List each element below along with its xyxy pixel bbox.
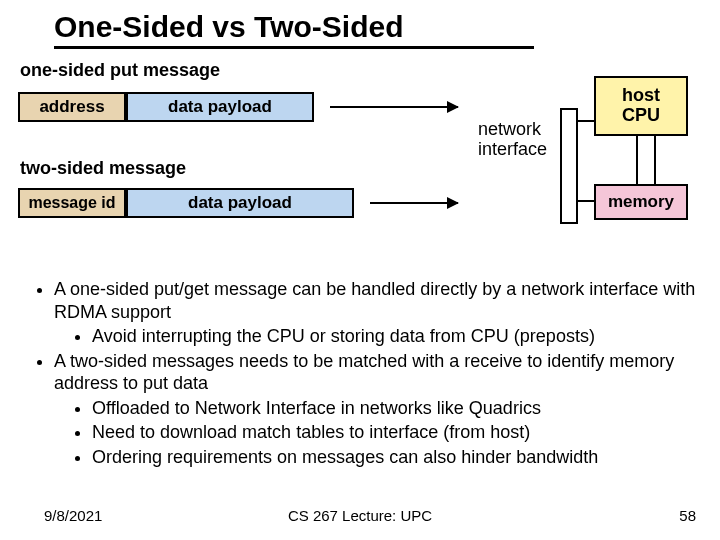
host-cpu-box: host CPU [594,76,688,136]
msg1-payload-box: data payload [126,92,314,122]
connector-cpu-mem-right [654,136,656,184]
footer-center: CS 267 Lecture: UPC [0,507,720,524]
bullet-2: A two-sided messages needs to be matched… [54,350,700,395]
network-interface-bar [560,108,578,224]
ni-line1: network [478,119,541,139]
bullet-1a: Avoid interrupting the CPU or storing da… [92,325,700,348]
msg2-payload-box: data payload [126,188,354,218]
arrow-one-sided [330,106,458,108]
bullet-2a: Offloaded to Network Interface in networ… [92,397,700,420]
msg2-id-box: message id [18,188,126,218]
host-cpu-line1: host [622,86,660,106]
slide-title: One-Sided vs Two-Sided [54,10,534,49]
bullet-2b: Need to download match tables to interfa… [92,421,700,444]
network-interface-label: network interface [478,120,547,160]
msg1-address-box: address [18,92,126,122]
bullet-list: A one-sided put/get message can be handl… [30,278,700,470]
arrow-two-sided [370,202,458,204]
host-cpu-line2: CPU [622,106,660,126]
bullet-2c: Ordering requirements on messages can al… [92,446,700,469]
memory-box: memory [594,184,688,220]
connector-ni-cpu [578,120,594,122]
connector-cpu-mem-left [636,136,638,184]
footer-page: 58 [679,507,696,524]
section-two-sided-label: two-sided message [20,158,186,179]
section-one-sided-label: one-sided put message [20,60,220,81]
bullet-1: A one-sided put/get message can be handl… [54,278,700,323]
connector-ni-mem [578,200,594,202]
ni-line2: interface [478,139,547,159]
